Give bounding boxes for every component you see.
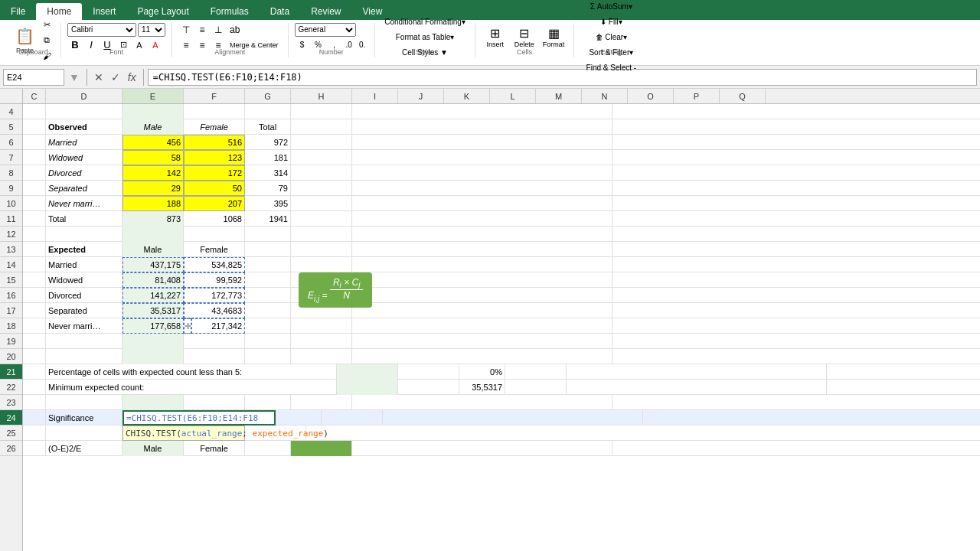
cell-E15[interactable]: 81,408: [122, 272, 184, 288]
cell-D5[interactable]: Observed: [46, 119, 122, 135]
cell-rest-5[interactable]: [352, 119, 612, 135]
cell-C6[interactable]: [23, 135, 46, 150]
cell-C24[interactable]: [23, 410, 46, 425]
tab-insert[interactable]: Insert: [82, 3, 126, 20]
cell-F26[interactable]: Female: [184, 441, 245, 456]
col-header-F[interactable]: F: [184, 89, 245, 103]
cell-rest-8[interactable]: [352, 165, 612, 181]
cell-F17[interactable]: 43,4683: [184, 303, 245, 318]
cell-E26[interactable]: Male: [122, 441, 184, 456]
row-header-23[interactable]: 23: [0, 395, 22, 410]
cell-C21[interactable]: [23, 364, 46, 380]
cell-C11[interactable]: [23, 211, 46, 227]
cell-G23[interactable]: [245, 395, 291, 410]
col-header-N[interactable]: N: [582, 89, 628, 103]
cell-C15[interactable]: [23, 272, 46, 288]
cell-E8[interactable]: 142: [122, 165, 184, 181]
col-header-I[interactable]: I: [352, 89, 398, 103]
cell-D11[interactable]: Total: [46, 211, 122, 227]
cell-H23[interactable]: [291, 395, 352, 410]
cell-G4[interactable]: [245, 104, 291, 119]
cell-C25[interactable]: [23, 425, 46, 441]
cell-G11[interactable]: 1941: [245, 211, 291, 227]
cell-F8[interactable]: 172: [184, 165, 245, 181]
font-family-select[interactable]: Calibri: [67, 23, 136, 37]
clear-button[interactable]: 🗑 Clear▾: [580, 31, 642, 44]
cell-rest-26[interactable]: [352, 441, 612, 456]
cell-rest-24[interactable]: [383, 410, 643, 425]
cell-F20[interactable]: [184, 349, 245, 364]
row-header-9[interactable]: 9: [0, 181, 22, 196]
row-header-17[interactable]: 17: [0, 303, 22, 318]
cell-G21[interactable]: 0%: [459, 364, 505, 380]
cancel-icon[interactable]: ✕: [91, 71, 106, 83]
cell-H13[interactable]: [291, 242, 352, 257]
col-header-O[interactable]: O: [628, 89, 674, 103]
cell-rest-20[interactable]: [352, 349, 612, 364]
cell-H24[interactable]: [322, 410, 383, 425]
function-icon[interactable]: fx: [125, 71, 139, 83]
row-header-13[interactable]: 13: [0, 242, 22, 257]
cell-D19[interactable]: [46, 334, 122, 349]
col-header-L[interactable]: L: [490, 89, 536, 103]
cell-F12[interactable]: [184, 227, 245, 242]
cell-F5[interactable]: Female: [184, 119, 245, 135]
cell-E6[interactable]: 456: [122, 135, 184, 150]
cell-D23[interactable]: [46, 395, 122, 410]
cell-F18[interactable]: 217,342: [191, 318, 245, 334]
cell-F15[interactable]: 99,592: [184, 272, 245, 288]
cell-C16[interactable]: [23, 288, 46, 303]
cell-E24[interactable]: =CHISQ.TEST(E6:F10;E14:F18: [122, 410, 276, 425]
row-header-8[interactable]: 8: [0, 165, 22, 181]
fill-button[interactable]: ⬇ Fill▾: [580, 15, 642, 29]
cell-D25[interactable]: [46, 425, 122, 441]
col-header-Q[interactable]: Q: [720, 89, 766, 103]
cell-E13[interactable]: Male: [122, 242, 184, 257]
cell-D6[interactable]: Married: [46, 135, 122, 150]
cell-E7[interactable]: 58: [122, 150, 184, 165]
cell-C12[interactable]: [23, 227, 46, 242]
cell-E11[interactable]: 873: [122, 211, 184, 227]
col-header-P[interactable]: P: [674, 89, 720, 103]
cell-F21[interactable]: [398, 364, 459, 380]
cell-rest-7[interactable]: [352, 150, 612, 165]
cell-G24[interactable]: [276, 410, 322, 425]
cell-G19[interactable]: [245, 334, 291, 349]
align-top-button[interactable]: ⊤: [178, 23, 194, 37]
cell-D20[interactable]: [46, 349, 122, 364]
cell-rest-6[interactable]: [352, 135, 612, 150]
cell-C17[interactable]: [23, 303, 46, 318]
cell-H12[interactable]: [291, 227, 352, 242]
cell-F6[interactable]: 516: [184, 135, 245, 150]
cell-G20[interactable]: [245, 349, 291, 364]
cell-F23[interactable]: [184, 395, 245, 410]
cell-F16[interactable]: 172,773: [184, 288, 245, 303]
cell-D16[interactable]: Divorced: [46, 288, 122, 303]
cell-F13[interactable]: Female: [184, 242, 245, 257]
copy-button[interactable]: ⧉: [39, 34, 54, 47]
cell-D18[interactable]: Never marri…: [46, 318, 122, 334]
cell-C26[interactable]: [23, 441, 46, 456]
cell-F19[interactable]: [184, 334, 245, 349]
cell-F14[interactable]: 534,825: [184, 257, 245, 272]
cell-H5[interactable]: [291, 119, 352, 135]
cell-C20[interactable]: [23, 349, 46, 364]
row-header-20[interactable]: 20: [0, 349, 22, 364]
tab-page-layout[interactable]: Page Layout: [126, 3, 199, 20]
row-header-19[interactable]: 19: [0, 334, 22, 349]
cell-rest-14[interactable]: [352, 257, 612, 272]
cell-rest-9[interactable]: [352, 181, 612, 196]
cell-D15[interactable]: Widowed: [46, 272, 122, 288]
row-header-12[interactable]: 12: [0, 227, 22, 242]
row-header-14[interactable]: 14: [0, 257, 22, 272]
cell-H8[interactable]: [291, 165, 352, 181]
cell-D21[interactable]: Percentage of cells with expected count …: [46, 364, 337, 380]
name-box[interactable]: [3, 69, 64, 86]
row-header-15[interactable]: 15: [0, 272, 22, 288]
cell-H22[interactable]: [505, 380, 567, 395]
cell-E16[interactable]: 141,227: [122, 288, 184, 303]
cell-rest-22[interactable]: [567, 380, 827, 395]
row-header-6[interactable]: 6: [0, 135, 22, 150]
find-select-button[interactable]: Find & Select -: [580, 61, 642, 75]
cell-E9[interactable]: 29: [122, 181, 184, 196]
